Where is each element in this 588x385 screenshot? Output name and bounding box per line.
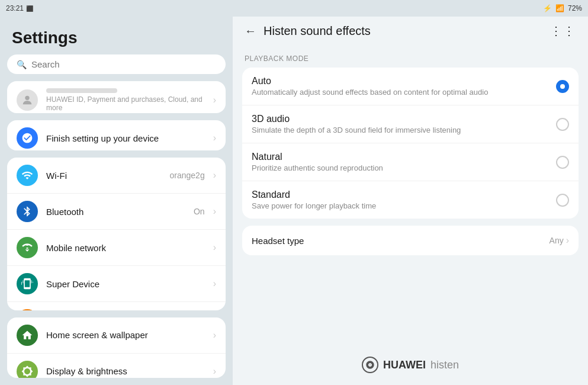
mode-standard-name: Standard <box>252 190 556 200</box>
back-button[interactable]: ← <box>245 24 256 38</box>
avatar <box>17 89 38 111</box>
mode-natural-text: Natural Prioritize authentic sound repro… <box>252 152 556 172</box>
search-icon: 🔍 <box>17 60 27 69</box>
histen-brand-name: HUAWEI <box>383 359 426 371</box>
home-screen-icon <box>17 325 38 346</box>
mobile-network-icon <box>17 237 38 258</box>
more-connections-item[interactable]: More connections › <box>7 302 226 310</box>
main-layout: Settings 🔍 HUAWEI ID, Payment and purcha… <box>0 17 588 385</box>
mobile-network-item[interactable]: Mobile network › <box>7 230 226 266</box>
time-display: 23:21 <box>6 4 24 12</box>
playback-mode-label: PLAYBACK MODE <box>242 45 579 68</box>
display-card: Home screen & wallpaper › Display & brig… <box>7 317 226 378</box>
mode-card: Auto Automatically adjust sound effects … <box>242 68 579 219</box>
mode-3d-item[interactable]: 3D audio Simulate the depth of a 3D soun… <box>242 105 579 143</box>
bluetooth-item[interactable]: Bluetooth On › <box>7 194 226 230</box>
mode-auto-radio[interactable] <box>556 80 569 93</box>
bluetooth-icon: ⚡ <box>543 4 552 12</box>
mode-standard-radio[interactable] <box>556 194 569 207</box>
search-input[interactable] <box>31 59 216 69</box>
histen-logo <box>362 357 378 373</box>
mobile-network-chevron-icon: › <box>213 242 216 253</box>
account-card: HUAWEI ID, Payment and purchases, Cloud,… <box>7 81 226 113</box>
display-brightness-chevron-icon: › <box>213 366 216 377</box>
bluetooth-label: Bluetooth <box>46 207 185 217</box>
histen-brand-sub: histen <box>430 359 459 371</box>
account-text: HUAWEI ID, Payment and purchases, Cloud,… <box>46 88 205 112</box>
battery-display: 72% <box>568 4 582 12</box>
mode-auto-text: Auto Automatically adjust sound effects … <box>252 76 556 97</box>
search-bar[interactable]: 🔍 <box>7 54 226 74</box>
mode-auto-item[interactable]: Auto Automatically adjust sound effects … <box>242 68 579 105</box>
wifi-text: Wi-Fi <box>46 171 162 181</box>
setup-card: Finish setting up your device › <box>7 120 226 150</box>
home-screen-chevron-icon: › <box>213 330 216 341</box>
display-brightness-label: Display & brightness <box>46 366 205 376</box>
more-connections-icon <box>17 309 38 310</box>
bluetooth-chevron-icon: › <box>213 206 216 217</box>
setup-item[interactable]: Finish setting up your device › <box>7 120 226 150</box>
home-screen-label: Home screen & wallpaper <box>46 330 205 340</box>
mode-3d-radio[interactable] <box>556 118 569 131</box>
wifi-icon <box>17 165 38 186</box>
account-name-placeholder <box>46 88 117 93</box>
bluetooth-text: Bluetooth <box>46 207 185 217</box>
mode-auto-name: Auto <box>252 76 556 86</box>
status-bar: 23:21 ⬛ ⚡ 📶 72% <box>0 0 588 17</box>
mode-natural-item[interactable]: Natural Prioritize authentic sound repro… <box>242 143 579 181</box>
setup-chevron-icon: › <box>213 133 216 143</box>
histen-header: ← Histen sound effects ⋮⋮ <box>233 17 588 45</box>
display-brightness-icon <box>17 361 38 378</box>
left-panel: Settings 🔍 HUAWEI ID, Payment and purcha… <box>0 17 233 385</box>
svg-point-0 <box>25 96 29 100</box>
setup-text: Finish setting up your device <box>46 133 205 143</box>
mode-standard-item[interactable]: Standard Save power for longer playback … <box>242 181 579 219</box>
display-brightness-text: Display & brightness <box>46 366 205 376</box>
display-brightness-item[interactable]: Display & brightness › <box>7 354 226 378</box>
super-device-chevron-icon: › <box>213 278 216 289</box>
headset-card: Headset type Any › <box>242 226 579 255</box>
mode-natural-desc: Prioritize authentic sound reproduction <box>252 163 556 172</box>
account-chevron-icon: › <box>213 95 216 105</box>
record-icon: ⬛ <box>26 5 33 12</box>
histen-branding: HUAWEI histen <box>233 345 588 385</box>
mode-natural-name: Natural <box>252 152 556 162</box>
super-device-label: Super Device <box>46 279 205 289</box>
mode-standard-desc: Save power for longer playback time <box>252 201 556 210</box>
bluetooth-value: On <box>194 207 205 216</box>
network-card: Wi-Fi orange2g › Bluetooth On › <box>7 158 226 310</box>
mode-3d-desc: Simulate the depth of a 3D sound field f… <box>252 126 556 134</box>
wifi-chevron-icon: › <box>213 170 216 181</box>
headset-value: Any <box>550 236 564 245</box>
setup-icon <box>17 127 38 149</box>
histen-title: Histen sound effects <box>264 24 371 38</box>
setup-label: Finish setting up your device <box>46 133 205 143</box>
mode-3d-name: 3D audio <box>252 114 556 124</box>
wifi-value: orange2g <box>170 171 205 180</box>
histen-content: PLAYBACK MODE Auto Automatically adjust … <box>233 45 588 345</box>
right-panel: ← Histen sound effects ⋮⋮ PLAYBACK MODE … <box>233 17 588 385</box>
histen-header-left: ← Histen sound effects <box>245 24 371 38</box>
wifi-label: Wi-Fi <box>46 171 162 181</box>
account-sublabel: HUAWEI ID, Payment and purchases, Cloud,… <box>46 95 205 112</box>
headset-label: Headset type <box>252 236 550 246</box>
mode-3d-text: 3D audio Simulate the depth of a 3D soun… <box>252 114 556 134</box>
mode-standard-text: Standard Save power for longer playback … <box>252 190 556 210</box>
settings-title: Settings <box>0 17 233 54</box>
status-bar-right: ⚡ 📶 72% <box>543 4 582 12</box>
headset-chevron-icon: › <box>566 235 569 246</box>
home-screen-item[interactable]: Home screen & wallpaper › <box>7 317 226 354</box>
more-options-button[interactable]: ⋮⋮ <box>550 24 576 38</box>
mobile-network-text: Mobile network <box>46 243 205 253</box>
super-device-icon <box>17 273 38 294</box>
mobile-network-label: Mobile network <box>46 243 205 253</box>
mode-natural-radio[interactable] <box>556 156 569 169</box>
mode-auto-desc: Automatically adjust sound effects based… <box>252 88 556 97</box>
signal-icon: 📶 <box>555 4 564 12</box>
super-device-item[interactable]: Super Device › <box>7 266 226 302</box>
account-item[interactable]: HUAWEI ID, Payment and purchases, Cloud,… <box>7 81 226 113</box>
status-bar-left: 23:21 ⬛ <box>6 4 33 12</box>
wifi-item[interactable]: Wi-Fi orange2g › <box>7 158 226 194</box>
bluetooth-icon <box>17 201 38 222</box>
headset-item[interactable]: Headset type Any › <box>242 226 579 255</box>
